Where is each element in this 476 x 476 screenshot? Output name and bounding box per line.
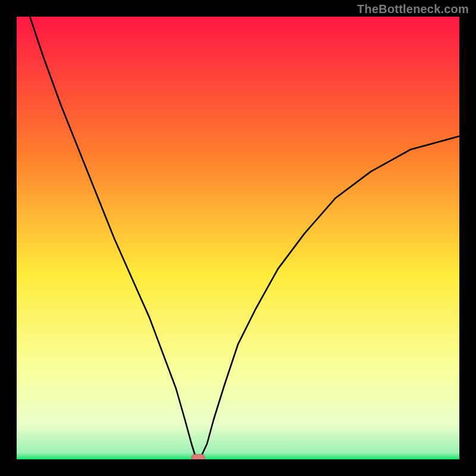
gradient-background [17, 17, 459, 459]
chart-frame: TheBottleneck.com [0, 0, 476, 476]
minimum-marker [192, 455, 205, 459]
plot-area [17, 17, 459, 459]
bottleneck-chart-svg [17, 17, 459, 459]
watermark-text: TheBottleneck.com [357, 2, 469, 16]
